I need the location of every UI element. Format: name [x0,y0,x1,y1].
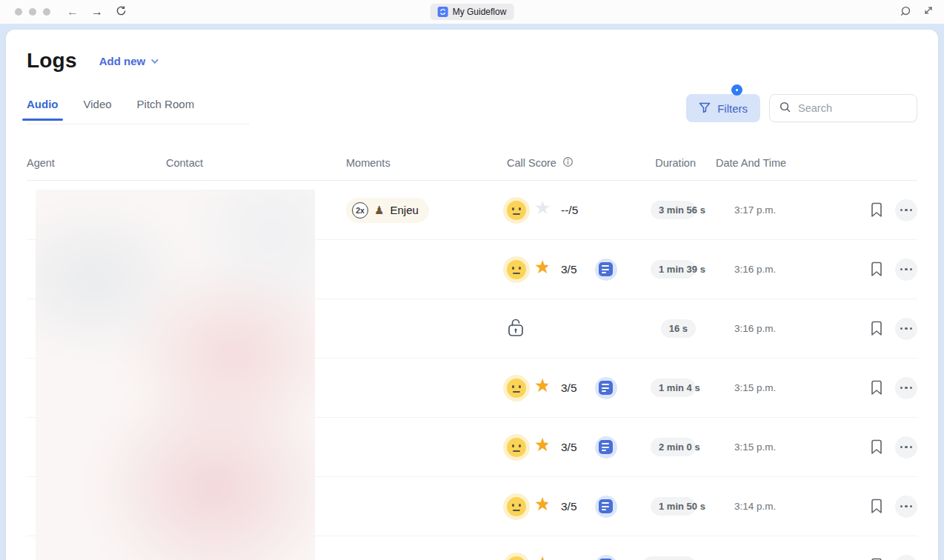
col-header-call-score: Call Score [507,157,556,169]
call-time: 3:17 p.m. [702,204,817,216]
more-options-button[interactable] [895,318,917,340]
window-dot[interactable] [29,8,36,16]
browser-tab-title: My Guideflow [453,7,507,17]
chevron-down-icon [151,56,159,64]
col-header-duration: Duration [651,157,702,169]
neutral-face-icon [507,438,526,457]
call-score-value: 3/5 [561,263,577,276]
moment-label: Enjeu [390,204,418,216]
call-time: 3:14 p.m. [702,501,817,512]
bookmark-icon[interactable] [870,499,883,515]
bookmark-icon[interactable] [870,439,883,456]
search-box[interactable] [769,94,917,122]
more-options-button[interactable] [895,377,917,399]
tab-pitch-room[interactable]: Pitch Room [137,98,195,121]
neutral-face-icon [507,201,526,220]
call-time: 3:16 p.m. [702,264,817,275]
tab-video[interactable]: Video [84,98,112,121]
tab-audio[interactable]: Audio [27,98,59,121]
filters-button[interactable]: Filters [686,94,760,122]
search-icon [779,101,791,116]
table-header-row: Agent Contact Moments Call Score Duratio… [27,145,917,181]
col-header-moments: Moments [343,157,502,169]
window-dot[interactable] [15,8,22,16]
neutral-face-icon [507,556,526,560]
transcript-icon[interactable] [595,496,617,518]
neutral-face-icon [507,497,526,516]
call-time: 3:16 p.m. [702,323,817,334]
search-input[interactable] [798,102,894,114]
star-icon: ★★ [534,556,554,560]
logs-panel: Logs Add new Audio Video Pitch Room [6,30,938,560]
moment-chip[interactable]: 2x ♟ Enjeu [346,198,429,223]
tab-bar: Audio Video Pitch Room [27,92,194,124]
bookmark-icon[interactable] [870,380,883,396]
filter-funnel-icon [699,101,711,116]
duration-badge: 1 min 39 s [651,260,696,279]
bookmark-icon[interactable] [870,321,883,337]
guideflow-logo-icon [438,7,448,17]
duration-badge: 3 min 56 s [651,201,696,219]
call-time: 3:15 p.m. [702,441,817,453]
add-new-button[interactable]: Add new [99,55,157,67]
neutral-face-icon [507,379,526,398]
duration-badge: 16 s [661,319,696,338]
star-icon: ★★ [534,201,554,220]
back-icon[interactable]: ← [67,6,79,18]
more-options-button[interactable] [895,496,917,518]
moment-count-badge: 2x [352,202,368,219]
transcript-icon[interactable] [595,377,617,399]
add-new-label: Add new [99,55,146,67]
col-header-agent: Agent [27,157,166,169]
expand-icon[interactable] [923,5,934,19]
more-options-button[interactable] [895,259,917,281]
col-header-contact: Contact [166,157,343,169]
bookmark-icon[interactable] [870,202,883,219]
star-icon: ★★ [534,379,554,398]
filters-label: Filters [717,102,748,115]
moment-emoji-icon: ♟ [374,204,384,216]
call-time: 3:15 p.m. [702,382,817,393]
call-score-value: 3/5 [561,381,577,395]
info-icon[interactable] [562,156,574,170]
bookmark-icon[interactable] [870,261,883,278]
browser-bar: ← → My Guideflow [0,0,944,24]
forward-icon[interactable]: → [91,6,103,18]
transcript-icon[interactable] [595,259,617,281]
page-background: Logs Add new Audio Video Pitch Room [0,24,944,560]
duration-badge [642,556,696,560]
transcript-icon[interactable] [595,555,617,560]
link-icon[interactable] [900,5,911,19]
duration-badge: 1 min 4 s [651,379,696,397]
more-options-button[interactable] [895,555,917,560]
bookmark-icon[interactable] [870,558,883,560]
star-icon: ★★ [534,260,554,279]
col-header-date-time: Date And Time [702,157,817,169]
more-options-button[interactable] [895,436,917,459]
call-score-value: 3/5 [561,500,577,513]
duration-badge: 2 min 0 s [651,438,696,456]
star-icon: ★★ [534,497,554,516]
window-dot[interactable] [43,8,50,16]
call-score-value: 3/5 [561,441,577,454]
reload-icon[interactable] [116,5,127,19]
duration-badge: 1 min 50 s [651,497,696,516]
blurred-agent-contact-area [36,190,315,560]
window-controls[interactable] [15,8,50,16]
more-options-button[interactable] [895,199,917,221]
call-score-value: --/5 [561,204,578,217]
star-icon: ★★ [534,438,554,457]
browser-tab[interactable]: My Guideflow [431,4,514,20]
transcript-icon[interactable] [595,436,617,459]
neutral-face-icon [507,260,526,279]
page-title: Logs [27,49,77,73]
lock-icon [507,317,525,341]
